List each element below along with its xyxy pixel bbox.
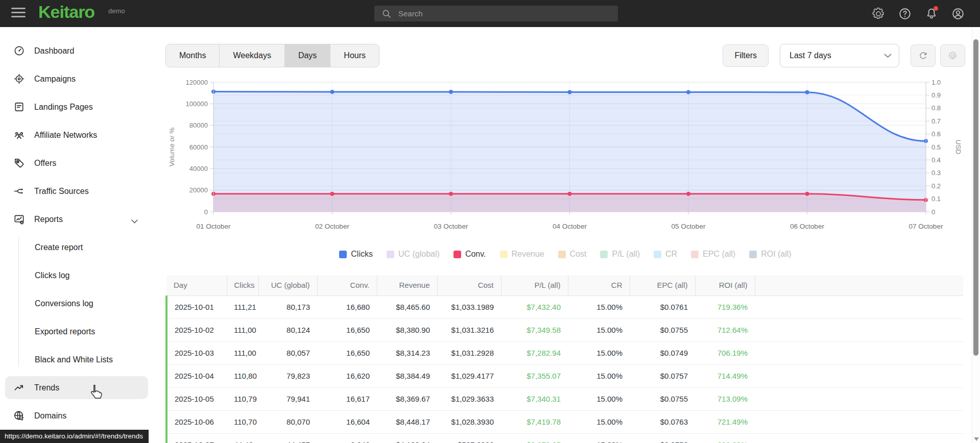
chevron-down-icon bbox=[131, 216, 138, 226]
cell-epc-all: $0.0756 bbox=[630, 433, 695, 443]
date-range-select[interactable]: Last 7 days bbox=[780, 44, 899, 67]
account-icon[interactable] bbox=[951, 7, 965, 20]
svg-text:0.8: 0.8 bbox=[931, 104, 941, 112]
sidebar-item-affiliate-networks[interactable]: Affiliate Networks bbox=[5, 124, 148, 146]
svg-text:04 October: 04 October bbox=[553, 223, 587, 230]
column-header-filler bbox=[755, 275, 963, 296]
legend-item-roi-all[interactable]: ROI (all) bbox=[749, 250, 792, 259]
svg-text:02 October: 02 October bbox=[315, 223, 349, 230]
column-header-epc-all[interactable]: EPC (all) bbox=[630, 275, 695, 296]
refresh-button[interactable] bbox=[911, 44, 936, 67]
cell-roi-all: 714.49% bbox=[695, 364, 755, 387]
svg-text:120000: 120000 bbox=[186, 79, 208, 86]
interval-tabs: MonthsWeekdaysDaysHours bbox=[165, 44, 379, 67]
cell-conv: 6,646 bbox=[317, 433, 377, 443]
svg-text:100000: 100000 bbox=[186, 100, 208, 108]
cell-uc-global: 44,457 bbox=[258, 433, 317, 443]
cell-day: 2025-10-01 bbox=[166, 296, 227, 318]
legend-item-epc-all[interactable]: EPC (all) bbox=[691, 250, 735, 259]
scrollbar-thumb[interactable] bbox=[973, 39, 978, 356]
brand-logo[interactable]: Keitaro bbox=[38, 2, 94, 22]
sidebar-item-trends[interactable]: Trends bbox=[5, 376, 148, 399]
column-header-day[interactable]: Day bbox=[166, 275, 227, 296]
table-header-row: DayClicksUC (global)Conv.RevenueCostP/L … bbox=[166, 275, 963, 296]
cell-uc-global: 80,070 bbox=[258, 410, 317, 433]
cell-epc-all: $0.0763 bbox=[630, 410, 695, 433]
legend-item-uc-global[interactable]: UC (global) bbox=[387, 250, 440, 259]
legend-item-cr[interactable]: CR bbox=[654, 250, 677, 259]
legend-swatch bbox=[558, 251, 566, 258]
cell-clicks: 110,80 bbox=[227, 364, 258, 387]
svg-text:0.7: 0.7 bbox=[931, 117, 941, 125]
legend-item-cost[interactable]: Cost bbox=[558, 250, 587, 259]
cell-p-l-all: $7,432.40 bbox=[501, 296, 568, 318]
column-header-conv[interactable]: Conv. bbox=[317, 275, 377, 296]
table-row: 2025-10-06110,7080,07016,604$8,448.17$1,… bbox=[166, 410, 963, 433]
sidebar-item-create-report[interactable]: Create report bbox=[5, 236, 148, 259]
legend-item-clicks[interactable]: Clicks bbox=[339, 250, 373, 259]
sidebar-item-traffic-sources[interactable]: Traffic Sources bbox=[5, 180, 148, 203]
tab-weekdays[interactable]: Weekdays bbox=[219, 44, 284, 67]
sidebar-item-landings-pages[interactable]: Landings Pages bbox=[5, 95, 148, 118]
svg-text:05 October: 05 October bbox=[672, 223, 706, 230]
column-header-uc-global[interactable]: UC (global) bbox=[258, 275, 317, 296]
svg-text:0: 0 bbox=[204, 208, 208, 216]
sidebar-item-label: Reports bbox=[34, 215, 63, 224]
legend-label: UC (global) bbox=[398, 250, 440, 259]
sidebar-item-offers[interactable]: Offers bbox=[5, 152, 148, 175]
notifications-icon[interactable] bbox=[925, 7, 938, 20]
scrollbar-down-arrow[interactable] bbox=[974, 437, 979, 441]
cell-clicks: 44,40 bbox=[227, 433, 258, 443]
sidebar-item-reports[interactable]: Reports bbox=[5, 208, 148, 231]
chart-settings-button[interactable] bbox=[940, 44, 965, 67]
traffic-sources-icon bbox=[13, 185, 25, 197]
menu-icon[interactable] bbox=[11, 8, 26, 19]
sidebar-item-clicks-log[interactable]: Clicks log bbox=[5, 264, 148, 287]
settings-icon[interactable] bbox=[872, 7, 885, 20]
legend-label: P/L (all) bbox=[612, 250, 640, 259]
search-input[interactable] bbox=[397, 9, 593, 18]
tab-months[interactable]: Months bbox=[166, 44, 219, 67]
cell-roi-all: 713.09% bbox=[695, 387, 755, 410]
legend-item-revenue[interactable]: Revenue bbox=[500, 250, 544, 259]
svg-text:06 October: 06 October bbox=[790, 223, 824, 230]
sidebar-subitem-label: Create report bbox=[35, 243, 83, 252]
tab-hours[interactable]: Hours bbox=[330, 44, 379, 67]
cell-epc-all: $0.0749 bbox=[630, 341, 695, 364]
column-header-p-l-all[interactable]: P/L (all) bbox=[501, 275, 568, 296]
search-icon bbox=[381, 8, 392, 19]
cell-conv: 16,650 bbox=[317, 341, 377, 364]
help-icon[interactable] bbox=[898, 7, 912, 20]
sidebar-item-domains[interactable]: Domains bbox=[5, 404, 148, 427]
cell-uc-global: 80,173 bbox=[258, 296, 317, 318]
scrollbar[interactable] bbox=[972, 27, 980, 443]
filters-button[interactable]: Filters bbox=[723, 44, 769, 67]
svg-text:40000: 40000 bbox=[189, 165, 208, 173]
campaigns-icon bbox=[13, 73, 25, 85]
column-header-cost[interactable]: Cost bbox=[437, 275, 501, 296]
sidebar-item-conversions-log[interactable]: Conversions log bbox=[5, 292, 148, 315]
sidebar-subitem-label: Conversions log bbox=[35, 299, 93, 308]
column-header-revenue[interactable]: Revenue bbox=[377, 275, 437, 296]
cell-day: 2025-10-04 bbox=[166, 364, 227, 387]
sidebar-item-dashboard[interactable]: Dashboard bbox=[5, 39, 148, 62]
tab-days[interactable]: Days bbox=[284, 44, 330, 67]
refresh-icon bbox=[918, 51, 928, 61]
legend-item-conv[interactable]: Conv. bbox=[453, 250, 486, 259]
trends-icon bbox=[13, 382, 25, 393]
column-header-cr[interactable]: CR bbox=[568, 275, 630, 296]
svg-text:01 October: 01 October bbox=[197, 223, 231, 230]
cell-p-l-all: $7,282.94 bbox=[501, 341, 568, 364]
search-box[interactable] bbox=[374, 6, 618, 21]
legend-item-p-l-all[interactable]: P/L (all) bbox=[600, 250, 640, 259]
sidebar-item-label: Offers bbox=[34, 159, 56, 168]
sidebar-item-campaigns[interactable]: Campaigns bbox=[5, 67, 148, 90]
sidebar-item-black-and-white-lists[interactable]: Black and White Lists bbox=[5, 348, 148, 371]
cell-uc-global: 79,823 bbox=[258, 364, 317, 387]
cell-epc-all: $0.0757 bbox=[630, 364, 695, 387]
sidebar-item-exported-reports[interactable]: Exported reports bbox=[5, 320, 148, 343]
cell-roi-all: 696.09% bbox=[695, 433, 755, 443]
column-header-clicks[interactable]: Clicks bbox=[227, 275, 258, 296]
chart-legend: ClicksUC (global)Conv.RevenueCostP/L (al… bbox=[165, 250, 965, 259]
column-header-roi-all[interactable]: ROI (all) bbox=[695, 275, 755, 296]
